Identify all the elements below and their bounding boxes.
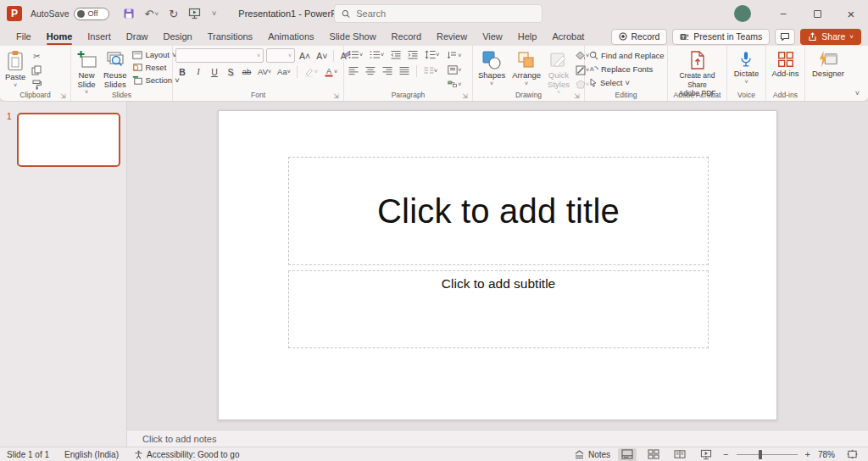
normal-view-button[interactable] — [618, 448, 637, 461]
fit-slide-to-window-button[interactable] — [843, 448, 861, 461]
title-placeholder[interactable]: Click to add title — [288, 157, 709, 265]
align-center-button[interactable] — [364, 64, 377, 77]
drawing-group-label: Drawing — [476, 91, 581, 99]
columns-button[interactable]: ˅ — [422, 64, 439, 77]
paste-button[interactable]: Paste ˅ — [3, 48, 28, 90]
line-spacing-button[interactable]: ˅ — [423, 48, 441, 61]
slide-thumbnail[interactable] — [17, 113, 120, 167]
copy-button[interactable] — [30, 64, 43, 76]
italic-button[interactable]: I — [192, 65, 205, 78]
autosave-toggle[interactable]: Off — [74, 8, 109, 20]
align-text-button[interactable]: ˅ — [446, 64, 463, 76]
language-button[interactable]: English (India) — [64, 450, 119, 459]
share-button[interactable]: Share ˅ — [800, 29, 861, 45]
reuse-slides-button[interactable]: Reuse Slides — [101, 48, 129, 91]
convert-to-smartart-button[interactable]: ˅ — [446, 78, 463, 91]
increase-indent-button[interactable] — [406, 48, 420, 61]
tab-slide-show[interactable]: Slide Show — [322, 29, 384, 46]
paragraph-dialog-launcher[interactable]: ⇲ — [462, 93, 468, 100]
numbering-button[interactable]: ˅ — [368, 48, 386, 61]
clipboard-group-label: Clipboard — [3, 91, 68, 99]
text-shadow-button[interactable]: S — [224, 65, 237, 78]
arrange-button[interactable]: Arrange ˅ — [509, 48, 543, 88]
tab-file[interactable]: File — [8, 29, 39, 46]
tab-home[interactable]: Home — [39, 29, 81, 46]
slide-show-view-button[interactable] — [697, 448, 715, 461]
undo-button[interactable]: ↶˅ — [145, 8, 159, 20]
tab-record[interactable]: Record — [384, 29, 429, 46]
font-name-combo[interactable]: ˅ — [175, 48, 264, 63]
dictate-button[interactable]: Dictate ˅ — [732, 48, 762, 86]
tab-animations[interactable]: Animations — [260, 29, 321, 46]
text-direction-button[interactable]: ˅ — [446, 49, 463, 62]
slide[interactable]: Click to add title Click to add subtitle — [218, 110, 777, 420]
designer-button[interactable]: Designer — [810, 48, 847, 81]
save-button[interactable] — [123, 8, 135, 19]
notes-pane[interactable]: Click to add notes — [127, 430, 868, 447]
user-avatar[interactable] — [734, 5, 751, 22]
start-slideshow-button[interactable] — [188, 8, 201, 19]
slide-sorter-view-button[interactable] — [644, 448, 663, 461]
bullets-button[interactable]: ˅ — [347, 48, 364, 61]
change-case-button[interactable]: Aa˅ — [275, 65, 292, 78]
tab-help[interactable]: Help — [510, 29, 545, 46]
text-highlight-button[interactable]: ˅ — [302, 65, 320, 78]
redo-button[interactable]: ↻ — [169, 8, 178, 20]
present-in-teams-button[interactable]: T Present in Teams — [672, 29, 770, 45]
customize-qat-button[interactable]: ˅ — [211, 9, 216, 18]
powerpoint-logo-icon[interactable]: P — [7, 6, 22, 21]
tab-acrobat[interactable]: Acrobat — [544, 29, 592, 46]
reading-view-button[interactable] — [670, 448, 689, 461]
zoom-slider-thumb[interactable] — [759, 450, 762, 459]
maximize-button[interactable] — [800, 0, 834, 27]
record-button[interactable]: Record — [611, 29, 668, 45]
comments-button[interactable] — [775, 29, 795, 45]
underline-button[interactable]: U — [208, 65, 221, 78]
shapes-button[interactable]: Shapes ˅ — [476, 48, 508, 88]
search-input[interactable] — [356, 8, 535, 19]
tab-transitions[interactable]: Transitions — [200, 29, 260, 46]
justify-button[interactable] — [398, 64, 411, 77]
decrease-indent-icon — [391, 50, 401, 59]
font-color-button[interactable]: A ˅ — [322, 65, 339, 78]
tab-design[interactable]: Design — [155, 29, 199, 46]
format-painter-button[interactable] — [30, 78, 43, 91]
shrink-font-button[interactable]: A˅ — [314, 49, 329, 62]
chevron-down-icon: ˅ — [288, 53, 292, 58]
editor-column: Click to add title Click to add subtitle… — [127, 102, 868, 447]
clipboard-dialog-launcher[interactable]: ⇲ — [60, 93, 66, 100]
strikethrough-button[interactable]: ab — [240, 65, 253, 78]
decrease-indent-button[interactable] — [389, 48, 403, 61]
tab-view[interactable]: View — [475, 29, 510, 46]
font-dialog-launcher[interactable]: ⇲ — [333, 93, 339, 100]
tab-insert[interactable]: Insert — [80, 29, 119, 46]
select-button[interactable]: Select˅ — [587, 77, 632, 88]
minimize-button[interactable]: – — [766, 0, 800, 27]
subtitle-placeholder[interactable]: Click to add subtitle — [288, 270, 709, 348]
align-left-button[interactable] — [347, 64, 360, 77]
replace-fonts-button[interactable]: A Replace Fonts — [587, 64, 654, 75]
close-button[interactable]: × — [834, 0, 868, 27]
tab-draw[interactable]: Draw — [119, 29, 156, 46]
quick-styles-button[interactable]: Quick Styles ˅ — [545, 48, 572, 97]
align-right-button[interactable] — [381, 64, 394, 77]
addins-button[interactable]: Add-ins — [769, 48, 801, 81]
autosave-control[interactable]: AutoSave Off — [31, 8, 109, 20]
accessibility-button[interactable]: Accessibility: Good to go — [134, 450, 240, 459]
zoom-level-button[interactable]: 78% — [818, 450, 835, 459]
search-box[interactable] — [334, 4, 542, 23]
zoom-out-button[interactable]: − — [723, 449, 728, 459]
find-and-replace-button[interactable]: Find and Replace — [587, 50, 665, 61]
drawing-dialog-launcher[interactable]: ⇲ — [574, 93, 580, 100]
zoom-in-button[interactable]: + — [805, 449, 810, 459]
notes-toggle-button[interactable]: Notes — [574, 450, 610, 459]
character-spacing-button[interactable]: AV˅ — [256, 65, 273, 78]
collapse-ribbon-button[interactable]: ˅ — [855, 89, 860, 97]
bold-button[interactable]: B — [175, 65, 189, 78]
grow-font-button[interactable]: A˄ — [298, 49, 312, 62]
zoom-slider[interactable] — [737, 454, 798, 455]
tab-review[interactable]: Review — [429, 29, 475, 46]
font-size-combo[interactable]: ˅ — [266, 48, 295, 63]
cut-button[interactable]: ✂ — [30, 49, 43, 62]
new-slide-button[interactable]: New Slide ˅ — [74, 48, 99, 97]
